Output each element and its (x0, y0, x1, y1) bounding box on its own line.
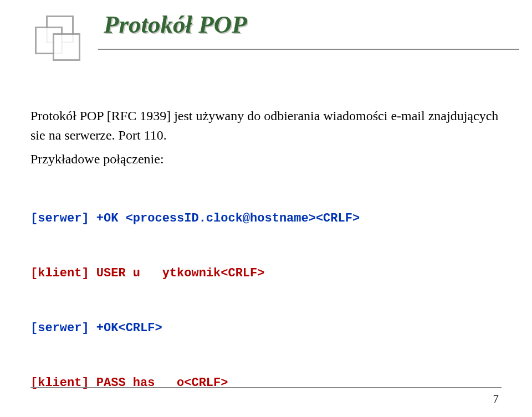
slide-page: Protokół POP Protokół POP [RFC 1939] jes… (0, 0, 532, 417)
client-tag: [klient] (30, 266, 96, 280)
footer-divider (30, 387, 502, 388)
page-number: 7 (493, 392, 499, 406)
code-line-3: [serwer] +OK<CRLF> (30, 319, 502, 337)
title-divider (98, 49, 519, 50)
code-line-2: [klient] USER u ytkownik<CRLF> (30, 264, 502, 282)
slide-title: Protokół POP (98, 11, 519, 39)
server-tag: [serwer] (30, 321, 96, 335)
code-line-1: [serwer] +OK <processID.clock@hostname><… (30, 209, 502, 228)
code-line-4: [klient] PASS has o<CRLF> (30, 374, 502, 392)
server-text: +OK<CRLF> (96, 321, 162, 335)
server-tag: [serwer] (30, 212, 96, 225)
server-text: +OK <processID.clock@hostname><CRLF> (96, 212, 360, 225)
code-block: [serwer] +OK <processID.clock@hostname><… (30, 173, 502, 417)
title-area: Protokół POP (98, 11, 519, 50)
content-body: Protokół POP [RFC 1939] jest używany do … (30, 106, 502, 417)
example-label: Przykładowe połączenie: (30, 150, 502, 169)
header: Protokół POP (30, 11, 502, 62)
intro-paragraph: Protokół POP [RFC 1939] jest używany do … (30, 106, 502, 145)
client-text: USER u ytkownik<CRLF> (96, 266, 265, 280)
logo-squares-icon (30, 11, 81, 62)
